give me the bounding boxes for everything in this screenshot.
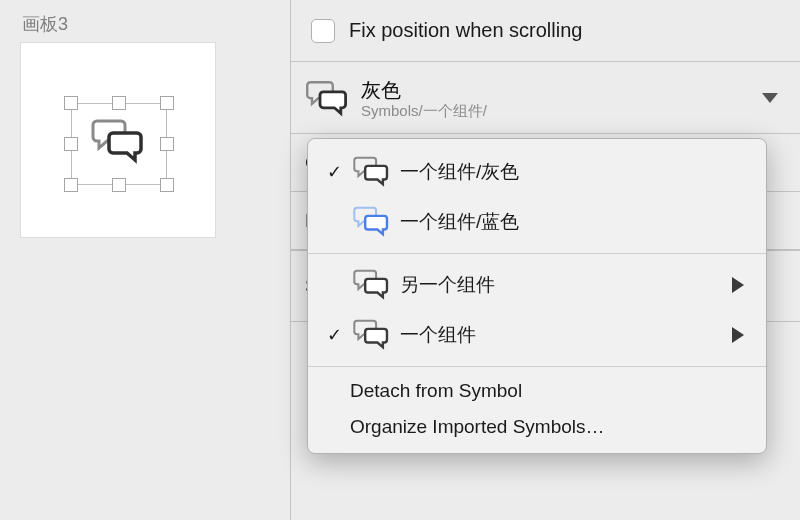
menu-item-one[interactable]: ✓ 一个组件 (308, 310, 766, 360)
menu-item-gray[interactable]: ✓ 一个组件/灰色 (308, 147, 766, 197)
artboard[interactable] (20, 42, 216, 238)
inspector-panel: Fix position when scrolling 灰色 Symbols/一… (290, 0, 800, 520)
menu-item-blue[interactable]: 一个组件/蓝色 (308, 197, 766, 247)
symbol-chat-icon (305, 79, 351, 119)
submenu-arrow-icon (732, 327, 744, 343)
canvas-area: 画板3 (0, 0, 290, 520)
symbol-picker-menu[interactable]: ✓ 一个组件/灰色 一个组件/蓝色 (307, 138, 767, 454)
symbol-selector[interactable]: 灰色 Symbols/一个组件/ (291, 62, 800, 134)
resize-handle-mr[interactable] (160, 137, 174, 151)
artboard-title: 画板3 (22, 12, 270, 36)
menu-action-detach[interactable]: Detach from Symbol (308, 373, 766, 409)
resize-handle-bc[interactable] (112, 178, 126, 192)
chat-bubbles-icon (350, 204, 394, 240)
chat-bubbles-icon (350, 317, 394, 353)
check-icon: ✓ (318, 324, 350, 346)
resize-handle-tr[interactable] (160, 96, 174, 110)
resize-handle-tc[interactable] (112, 96, 126, 110)
chat-bubbles-icon (91, 117, 147, 169)
menu-item-label: 另一个组件 (400, 272, 732, 298)
resize-handle-bl[interactable] (64, 178, 78, 192)
check-icon: ✓ (318, 161, 350, 183)
menu-separator (308, 366, 766, 367)
fix-position-label: Fix position when scrolling (349, 19, 582, 42)
menu-separator (308, 253, 766, 254)
selection-bounds[interactable] (71, 103, 167, 185)
resize-handle-tl[interactable] (64, 96, 78, 110)
chat-bubbles-icon (350, 154, 394, 190)
fix-position-row[interactable]: Fix position when scrolling (291, 0, 800, 62)
fix-position-checkbox[interactable] (311, 19, 335, 43)
chat-bubbles-icon (350, 267, 394, 303)
menu-item-label: Detach from Symbol (350, 380, 522, 402)
symbol-path: Symbols/一个组件/ (361, 102, 487, 120)
menu-item-label: 一个组件/蓝色 (400, 209, 744, 235)
menu-item-label: 一个组件 (400, 322, 732, 348)
submenu-arrow-icon (732, 277, 744, 293)
menu-action-organize[interactable]: Organize Imported Symbols… (308, 409, 766, 445)
resize-handle-br[interactable] (160, 178, 174, 192)
menu-item-another[interactable]: 另一个组件 (308, 260, 766, 310)
resize-handle-ml[interactable] (64, 137, 78, 151)
symbol-name: 灰色 (361, 78, 487, 102)
chevron-down-icon[interactable] (762, 93, 778, 103)
menu-item-label: Organize Imported Symbols… (350, 416, 605, 438)
menu-item-label: 一个组件/灰色 (400, 159, 744, 185)
